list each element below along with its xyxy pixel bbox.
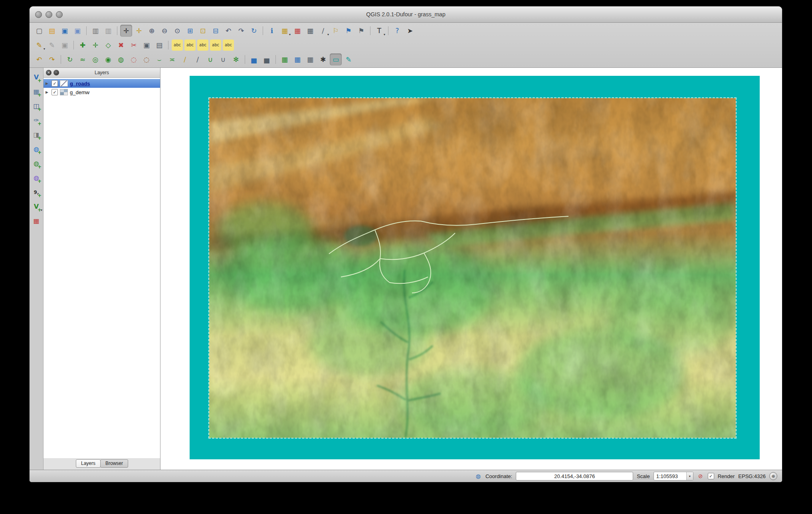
identify-features-icon[interactable]: ℹ ▾ (266, 25, 278, 37)
rotate-point-symbols-icon[interactable]: ✻ ▾ (230, 53, 242, 65)
whats-this-icon[interactable]: ➤ ▾ (404, 25, 416, 37)
new-project-icon[interactable]: ▢ ▾ (33, 25, 45, 37)
fill-ring-icon[interactable]: ◍ ▾ (115, 53, 127, 65)
layer-row-g-demw[interactable]: ▶ ✓ g_demw (44, 88, 160, 97)
add-wcs-layer-icon[interactable]: ◍ + ▾ (31, 158, 42, 169)
titlebar[interactable]: QGIS 2.0.1-Dufour - grass_map (30, 6, 782, 23)
panel-float-button[interactable]: ◦ (53, 70, 59, 75)
raster-full-stretch-icon[interactable]: ▅ ▾ (261, 53, 273, 65)
reshape-features-icon[interactable]: ⌣ ▾ (153, 53, 165, 65)
copy-features-icon[interactable]: ▣ ▾ (141, 39, 152, 51)
paste-features-icon[interactable]: ▤ ▾ (153, 39, 165, 51)
zoom-full-icon[interactable]: ⊞ ▾ (184, 25, 196, 37)
grass-open-mapset-icon[interactable]: ▦ ▾ (279, 53, 291, 65)
combo-arrow-icon[interactable]: ▾ (686, 472, 693, 480)
zoom-to-selection-icon[interactable]: ⊡ ▾ (197, 25, 209, 37)
composer-manager-icon[interactable]: ▥ ▾ (102, 25, 114, 37)
redo-icon[interactable]: ↷ ▾ (46, 53, 58, 65)
grass-new-mapset-icon[interactable]: ▦ ▾ (291, 53, 303, 65)
toggle-editing-icon[interactable]: ✎ ▾ (46, 39, 58, 51)
offset-curve-icon[interactable]: ≍ ▾ (166, 53, 178, 65)
split-parts-icon[interactable]: ∕ ▾ (192, 53, 204, 65)
remove-layer-icon[interactable]: ▦ ▾ (31, 215, 42, 227)
label-show-hide-icon[interactable]: abc ▾ (197, 39, 209, 51)
new-composer-icon[interactable]: ▥ ▾ (89, 25, 101, 37)
minimize-button[interactable] (46, 11, 52, 18)
scale-combo[interactable]: 1:105593 ▾ (654, 472, 693, 480)
add-wms-layer-icon[interactable]: ◍ + ▾ (31, 144, 42, 155)
node-tool-icon[interactable]: ◇ ▾ (102, 39, 114, 51)
zoom-next-icon[interactable]: ↷ ▾ (235, 25, 247, 37)
coordinate-input[interactable]: 20.4154,-34.0876 (516, 472, 633, 480)
zoom-button[interactable] (56, 11, 63, 18)
tab-browser[interactable]: Browser (100, 459, 128, 468)
disclosure-triangle-icon[interactable]: ▶ (46, 90, 50, 94)
layer-visibility-checkbox[interactable]: ✓ (51, 89, 58, 95)
save-project-as-icon[interactable]: ▣ ▾ (71, 25, 83, 37)
delete-selected-icon[interactable]: ✖ ▾ (115, 39, 127, 51)
show-bookmarks-icon[interactable]: ⚑ ▾ (355, 25, 367, 37)
delete-part-icon[interactable]: ◌ ▾ (141, 53, 152, 65)
zoom-out-icon[interactable]: ⊖ ▾ (158, 25, 170, 37)
grass-region-icon[interactable]: ▭ ▾ (330, 53, 342, 65)
add-delimited-text-icon[interactable]: 9, + ▾ (31, 187, 42, 198)
stop-render-icon[interactable]: ⊘ (697, 472, 704, 480)
attribute-table-icon[interactable]: ▦ ▾ (304, 25, 316, 37)
zoom-to-layer-icon[interactable]: ⊟ ▾ (210, 25, 222, 37)
zoom-native-icon[interactable]: ⊙ ▾ (171, 25, 183, 37)
add-ring-icon[interactable]: ◎ ▾ (89, 53, 101, 65)
current-edits-icon[interactable]: ✎ ▾ (33, 39, 45, 51)
add-mssql-layer-icon[interactable]: ◨ + ▾ (31, 129, 42, 140)
layer-visibility-checkbox[interactable]: ✓ (51, 80, 58, 87)
raster-local-stretch-icon[interactable]: ▅ ▾ (248, 53, 260, 65)
labeling-icon[interactable]: abc ▾ (171, 39, 183, 51)
rotate-feature-icon[interactable]: ↻ ▾ (64, 53, 76, 65)
add-feature-icon[interactable]: ✚ ▾ (77, 39, 89, 51)
split-features-icon[interactable]: ∕ ▾ (179, 53, 191, 65)
extents-toggle-icon[interactable]: ◍ (475, 472, 482, 480)
add-postgis-layer-icon[interactable]: ◫ + ▾ (31, 101, 42, 112)
label-pin-icon[interactable]: abc ▾ (184, 39, 196, 51)
new-shapefile-layer-icon[interactable]: V + ▾ (31, 201, 42, 212)
add-vector-layer-icon[interactable]: V + ▾ (31, 72, 42, 83)
tab-layers[interactable]: Layers (76, 459, 101, 468)
undo-icon[interactable]: ↶ ▾ (33, 53, 45, 65)
disclosure-triangle-icon[interactable]: ▶ (46, 81, 50, 85)
grass-edit-region-icon[interactable]: ✎ ▾ (343, 53, 355, 65)
move-feature-icon[interactable]: ✛ ▾ (89, 39, 101, 51)
grass-tools-icon[interactable]: ✱ ▾ (317, 53, 329, 65)
pan-map-icon[interactable]: ✛ ▾ (120, 25, 132, 37)
delete-ring-icon[interactable]: ◌ ▾ (128, 53, 140, 65)
simplify-feature-icon[interactable]: ≈ ▾ (77, 53, 89, 65)
render-checkbox[interactable]: ✓ (708, 473, 714, 479)
label-move-rotate-icon[interactable]: abc ▾ (210, 39, 222, 51)
zoom-last-icon[interactable]: ↶ ▾ (222, 25, 234, 37)
select-features-icon[interactable]: ▦ ▾ (279, 25, 291, 37)
deselect-features-icon[interactable]: ▦ ▾ (291, 25, 303, 37)
crs-status-icon[interactable]: ⊕ (769, 472, 777, 480)
pan-to-selection-icon[interactable]: ✛ ▾ (133, 25, 145, 37)
new-bookmark-icon[interactable]: ⚑ ▾ (343, 25, 355, 37)
map-canvas[interactable] (160, 68, 782, 470)
zoom-in-icon[interactable]: ⊕ ▾ (146, 25, 158, 37)
crs-label[interactable]: EPSG:4326 (738, 473, 766, 479)
map-tips-icon[interactable]: ⚐ ▾ (330, 25, 342, 37)
close-button[interactable] (35, 11, 42, 18)
cut-features-icon[interactable]: ✂ ▾ (128, 39, 140, 51)
add-part-icon[interactable]: ◉ ▾ (102, 53, 114, 65)
text-annotation-icon[interactable]: T ▾ (373, 25, 385, 37)
add-wfs-layer-icon[interactable]: ◍ + ▾ (31, 172, 42, 184)
refresh-map-icon[interactable]: ↻ ▾ (248, 25, 260, 37)
layer-row-g-roads[interactable]: ▶ ✓ g_roads (44, 79, 160, 88)
save-layer-edits-icon[interactable]: ▣ ▾ (59, 39, 71, 51)
add-spatialite-layer-icon[interactable]: ✑ + ▾ (31, 115, 42, 126)
add-raster-layer-icon[interactable]: ▦ + ▾ (31, 86, 42, 97)
save-project-icon[interactable]: ▣ ▾ (59, 25, 71, 37)
merge-features-icon[interactable]: ∪ ▾ (204, 53, 216, 65)
label-properties-icon[interactable]: abc ▾ (222, 39, 234, 51)
help-icon[interactable]: ? ▾ (391, 25, 403, 37)
layer-tree[interactable]: ▶ ✓ g_roads ▶ ✓ (44, 78, 160, 458)
open-project-icon[interactable]: ▤ ▾ (46, 25, 58, 37)
layers-panel-header[interactable]: ✕ ◦ Layers (44, 68, 160, 78)
grass-close-mapset-icon[interactable]: ▦ ▾ (304, 53, 316, 65)
